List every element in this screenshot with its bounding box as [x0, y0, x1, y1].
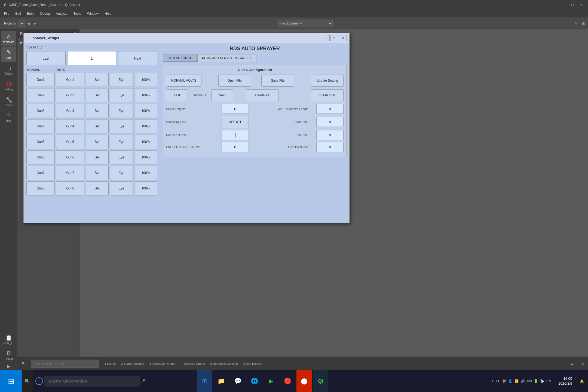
config-last-btn[interactable]: Last [166, 89, 188, 101]
sprayer-close-btn[interactable]: ✕ [339, 35, 347, 41]
gun2-pct-btn[interactable]: 100% [134, 88, 157, 102]
end-point-input[interactable] [316, 130, 344, 140]
gun7-eye-btn[interactable]: Eye [110, 166, 133, 180]
nav-last-btn[interactable]: Last [26, 51, 66, 65]
gun8-set-btn[interactable]: Set [86, 181, 109, 195]
menu-debug[interactable]: Debug [38, 10, 53, 17]
sidebar-item-projects[interactable]: 🔧 Projects [1, 94, 16, 109]
maximize-button[interactable]: □ [569, 2, 576, 8]
gun6-auto-btn[interactable]: Gun6 [56, 150, 84, 164]
sidebar-item-help[interactable]: ? Help [1, 110, 16, 125]
notification-icon[interactable]: 🔔 [580, 379, 584, 383]
sidebar-item-debug2[interactable]: 🖥 Debug [1, 348, 16, 363]
gun1-eye-btn[interactable]: Eye [110, 73, 133, 87]
gun5-set-btn[interactable]: Set [86, 135, 109, 149]
sidebar-item-xjsf[interactable]: 📋 XJSF_F... [1, 332, 16, 347]
debug-bar-search-icon[interactable]: 🔍 [22, 362, 26, 366]
taskbar-search-btn[interactable]: 🔍 [22, 370, 33, 392]
gun3-manual-btn[interactable]: Gun3 [26, 104, 55, 118]
debug-app-output[interactable]: 3 Application Output [149, 362, 176, 365]
lang-icon[interactable]: EN [546, 379, 551, 383]
save-file-btn[interactable]: Save File [261, 75, 294, 87]
debug-tests[interactable]: 8 Test Results [243, 362, 262, 365]
menu-help[interactable]: Help [102, 10, 114, 17]
microphone-icon[interactable]: 🎤 [141, 379, 145, 383]
tab-gun-settings[interactable]: GUN SETTINGS [163, 54, 197, 62]
sound-icon[interactable]: 🔊 [521, 379, 525, 383]
sidebar-item-design[interactable]: ◻ Design [1, 62, 16, 78]
gun4-pct-btn[interactable]: 100% [134, 119, 157, 133]
config-next-btn[interactable]: Next [211, 89, 233, 101]
sprayer-maximize-btn[interactable]: □ [330, 35, 338, 41]
sidebar-expand-icon[interactable]: ▶ [7, 364, 10, 369]
delete-all-btn[interactable]: Delete All [246, 89, 278, 101]
gun1-set-btn[interactable]: Set [86, 73, 109, 87]
gun4-auto-btn[interactable]: Gun4 [56, 119, 84, 133]
encoder-input[interactable] [222, 142, 249, 152]
gun2-auto-btn[interactable]: Gun2 [56, 88, 84, 102]
menu-tools[interactable]: Tools [71, 10, 84, 17]
taskbar-app-squares[interactable]: ⊞ [197, 370, 212, 392]
menu-edit[interactable]: Edit [13, 10, 24, 17]
taskbar-app-chrome[interactable]: 🔴 [280, 370, 295, 392]
gun5-manual-btn[interactable]: Gun5 [26, 135, 55, 149]
ime-icon[interactable]: CH [496, 379, 500, 383]
debug-bar-collapse-icon[interactable]: ▲ [570, 362, 574, 366]
gun3-auto-btn[interactable]: Gun3 [56, 104, 84, 118]
taskbar-search-input[interactable] [44, 376, 140, 387]
gun2-manual-btn[interactable]: Gun2 [26, 88, 55, 102]
clean-gun-btn[interactable]: Clean Gun [311, 89, 344, 101]
gun4-set-btn[interactable]: Set [86, 119, 109, 133]
gun6-pct-btn[interactable]: 100% [134, 150, 157, 164]
projects-dropdown[interactable] [19, 20, 24, 27]
gun6-manual-btn[interactable]: Gun6 [26, 150, 55, 164]
debug-console[interactable]: 5 Debugger Console [210, 362, 238, 365]
locate-input[interactable] [31, 360, 99, 368]
gun3-eye-btn[interactable]: Eye [110, 104, 133, 118]
gun2-set-btn[interactable]: Set [86, 88, 109, 102]
taskbar-app-qt[interactable]: Qt [313, 370, 328, 392]
toolbar-forward-btn[interactable]: ▸ [32, 20, 38, 26]
do-dot-btn[interactable]: DO DOT [222, 116, 249, 128]
give-point-gap-input[interactable] [316, 142, 344, 152]
open-file-btn[interactable]: Open File [218, 75, 251, 87]
sidebar-item-welcome[interactable]: ⌂ Welcome [1, 31, 16, 46]
ime-icon2[interactable]: 拼 [503, 379, 506, 384]
menu-file[interactable]: File [1, 10, 12, 17]
taskbar-app-wechat[interactable]: 💬 [230, 370, 245, 392]
gun7-pct-btn[interactable]: 100% [134, 166, 157, 180]
gun3-pct-btn[interactable]: 100% [134, 104, 157, 118]
paper-length-input[interactable] [222, 104, 249, 114]
start-point-input[interactable] [316, 117, 344, 127]
wifi-icon[interactable]: 📡 [540, 379, 544, 383]
gun4-eye-btn[interactable]: Eye [110, 119, 133, 133]
sidebar-item-edit[interactable]: ✎ Edit [1, 47, 16, 62]
menu-analyze[interactable]: Analyze [53, 10, 70, 17]
menu-build[interactable]: Build [24, 10, 37, 17]
tray-expand-icon[interactable]: ∧ [491, 379, 494, 383]
taskbar-app-folder[interactable]: 📁 [213, 370, 229, 392]
menu-window[interactable]: Window [84, 10, 102, 17]
gun1-auto-btn[interactable]: Gun1 [56, 73, 84, 87]
cortana-icon[interactable]: ○ [35, 377, 43, 385]
nav-section-input[interactable] [68, 51, 116, 65]
toolbar-close-doc[interactable]: ✕ [574, 21, 578, 26]
minimize-button[interactable]: — [560, 2, 567, 8]
gun7-auto-btn[interactable]: Gun7 [56, 166, 84, 180]
gun6-set-btn[interactable]: Set [86, 150, 109, 164]
gun8-manual-btn[interactable]: Gun8 [26, 181, 55, 195]
gun1-manual-btn[interactable]: Gun1 [26, 73, 55, 87]
gun7-manual-btn[interactable]: Gun7 [26, 166, 55, 180]
taskbar-clock[interactable]: 16:05 2020/3/9 [553, 376, 578, 386]
nav-next-btn[interactable]: Next [118, 51, 157, 65]
taskbar-app-ie[interactable]: 🌐 [247, 370, 262, 392]
toolbar-split-btn[interactable]: ⊞ [582, 21, 585, 26]
gun-to-detector-input[interactable] [316, 104, 344, 114]
update-setting-btn[interactable]: Update Setting [311, 75, 344, 87]
document-selector[interactable]: <no document> [278, 20, 333, 27]
user-icon[interactable]: 👤 [508, 379, 512, 383]
gun4-manual-btn[interactable]: Gun4 [26, 119, 55, 133]
network-icon[interactable]: 📶 [514, 379, 519, 383]
gun8-eye-btn[interactable]: Eye [110, 181, 133, 195]
taskbar-app-red[interactable]: ⬤ [296, 370, 312, 392]
